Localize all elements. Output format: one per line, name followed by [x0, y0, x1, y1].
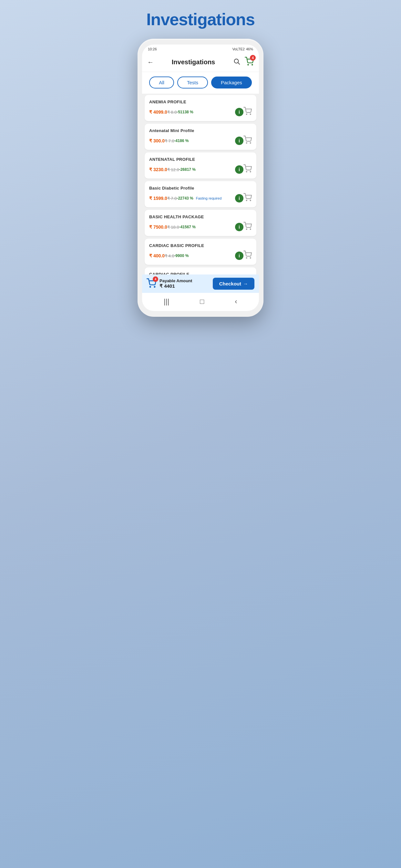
current-price-0: ₹ 4099.0 [149, 110, 167, 115]
checkout-cart-badge: 4 [153, 276, 158, 282]
svg-point-3 [252, 64, 252, 65]
add-to-cart-1[interactable] [243, 135, 252, 146]
pricing-row-2: ₹ 3230.0₹ 12.0-26817 %i [149, 164, 252, 175]
nav-back[interactable]: ‹ [235, 298, 237, 306]
discount-5: -9900 % [174, 253, 189, 258]
svg-point-21 [154, 286, 155, 287]
back-button[interactable]: ← [147, 58, 154, 66]
info-button-3[interactable]: i [235, 194, 243, 203]
filter-tabs: All Tests Packages [142, 72, 259, 94]
current-price-4: ₹ 7500.0 [149, 224, 167, 229]
original-price-2: ₹ 12.0 [167, 167, 179, 172]
package-card-5: CARDIAC BASIC PROFILE₹ 400.0₹ 4.0-9900 %… [145, 239, 256, 265]
add-to-cart-3[interactable] [243, 193, 252, 204]
fasting-label-3: Fasting required [196, 196, 222, 200]
package-card-6: CARDIAC PROFILE₹ 2999.0₹ 14.0-21321 %i [145, 268, 256, 275]
page-title: Investigations [146, 10, 255, 29]
current-price-1: ₹ 300.0 [149, 138, 165, 144]
info-button-4[interactable]: i [235, 223, 243, 231]
info-button-5[interactable]: i [235, 252, 243, 260]
package-card-4: BASIC HEALTH PACKAGE₹ 7500.0₹ 18.0-41567… [145, 210, 256, 236]
pricing-row-3: ₹ 1599.0₹ 7.0-22743 %Fasting requiredi [149, 193, 252, 204]
add-to-cart-4[interactable] [243, 222, 252, 232]
svg-point-7 [250, 143, 251, 144]
package-name-0: ANEMIA PROFILE [149, 99, 252, 104]
package-card-0: ANEMIA PROFILE₹ 4099.0₹ 8.0-51138 %i [145, 95, 256, 121]
nav-home[interactable]: □ [200, 298, 204, 306]
svg-point-5 [250, 114, 251, 115]
tab-all[interactable]: All [149, 76, 174, 89]
package-card-1: Antenatal Mini Profile₹ 300.0₹ 7.0-4186 … [145, 124, 256, 150]
svg-point-4 [246, 114, 247, 115]
package-name-2: ANTENATAL PROFILE [149, 157, 252, 162]
status-bar: 10:26 VoLTE2 46% [142, 44, 259, 53]
original-price-4: ₹ 18.0 [167, 225, 179, 229]
original-price-1: ₹ 7.0 [165, 138, 174, 144]
phone-screen: 10:26 VoLTE2 46% ← Investigations [142, 44, 259, 311]
current-price-2: ₹ 3230.0 [149, 167, 167, 172]
svg-point-15 [250, 258, 251, 258]
add-to-cart-2[interactable] [243, 164, 252, 175]
nav-recents[interactable]: ||| [164, 298, 169, 306]
svg-point-6 [246, 143, 247, 144]
tab-tests[interactable]: Tests [177, 76, 208, 89]
checkout-amount-value: ₹ 4401 [159, 283, 192, 289]
info-button-0[interactable]: i [235, 108, 243, 116]
pricing-row-4: ₹ 7500.0₹ 18.0-41567 %i [149, 222, 252, 232]
svg-point-14 [246, 258, 247, 258]
checkout-cart-icon-wrapper: 4 [147, 278, 156, 289]
svg-line-1 [238, 63, 240, 64]
discount-3: -22743 % [177, 196, 193, 200]
phone-frame: 10:26 VoLTE2 46% ← Investigations [137, 39, 264, 317]
discount-0: -51138 % [177, 110, 193, 114]
package-name-3: Basic Diabetic Profile [149, 186, 252, 190]
original-price-5: ₹ 4.0 [165, 253, 174, 258]
discount-4: -41567 % [179, 225, 196, 229]
svg-point-11 [250, 200, 251, 201]
package-name-6: CARDIAC PROFILE [149, 272, 252, 275]
discount-1: -4186 % [174, 138, 189, 143]
header-actions: 4 [233, 57, 254, 67]
pricing-row-0: ₹ 4099.0₹ 8.0-51138 %i [149, 107, 252, 117]
status-time: 10:26 [148, 47, 157, 51]
discount-2: -26817 % [179, 167, 196, 172]
status-network: VoLTE2 [233, 47, 245, 51]
svg-point-8 [246, 172, 247, 172]
checkout-amount-label: Payable Amount [159, 278, 192, 283]
pricing-row-5: ₹ 400.0₹ 4.0-9900 %i [149, 251, 252, 261]
package-name-4: BASIC HEALTH PACKAGE [149, 214, 252, 219]
original-price-0: ₹ 8.0 [167, 110, 177, 115]
add-to-cart-5[interactable] [243, 251, 252, 261]
svg-point-9 [250, 172, 251, 172]
package-name-5: CARDIAC BASIC PROFILE [149, 243, 252, 248]
info-button-1[interactable]: i [235, 136, 243, 145]
svg-point-20 [150, 286, 151, 287]
search-button[interactable] [233, 58, 240, 66]
svg-point-13 [250, 229, 251, 229]
package-card-2: ANTENATAL PROFILE₹ 3230.0₹ 12.0-26817 %i [145, 152, 256, 179]
add-to-cart-0[interactable] [243, 107, 252, 117]
package-list[interactable]: ANEMIA PROFILE₹ 4099.0₹ 8.0-51138 %iAnte… [142, 94, 259, 275]
cart-button[interactable]: 4 [245, 57, 254, 67]
current-price-3: ₹ 1599.0 [149, 196, 167, 201]
checkout-button[interactable]: Checkout → [213, 278, 254, 290]
nav-bar: ||| □ ‹ [142, 293, 259, 311]
checkout-bar: 4 Payable Amount ₹ 4401 Checkout → [142, 275, 259, 293]
current-price-5: ₹ 400.0 [149, 253, 165, 258]
svg-point-10 [246, 200, 247, 201]
tab-packages[interactable]: Packages [211, 76, 252, 89]
package-name-1: Antenatal Mini Profile [149, 128, 252, 133]
status-battery: 46% [246, 47, 253, 51]
header-title: Investigations [172, 58, 215, 66]
cart-badge: 4 [250, 55, 256, 61]
pricing-row-1: ₹ 300.0₹ 7.0-4186 %i [149, 135, 252, 146]
app-header: ← Investigations 4 [142, 53, 259, 72]
svg-point-2 [248, 64, 248, 65]
svg-point-12 [246, 229, 247, 229]
package-card-3: Basic Diabetic Profile₹ 1599.0₹ 7.0-2274… [145, 181, 256, 207]
info-button-2[interactable]: i [235, 165, 243, 174]
original-price-3: ₹ 7.0 [167, 196, 177, 201]
checkout-left: 4 Payable Amount ₹ 4401 [147, 278, 192, 289]
